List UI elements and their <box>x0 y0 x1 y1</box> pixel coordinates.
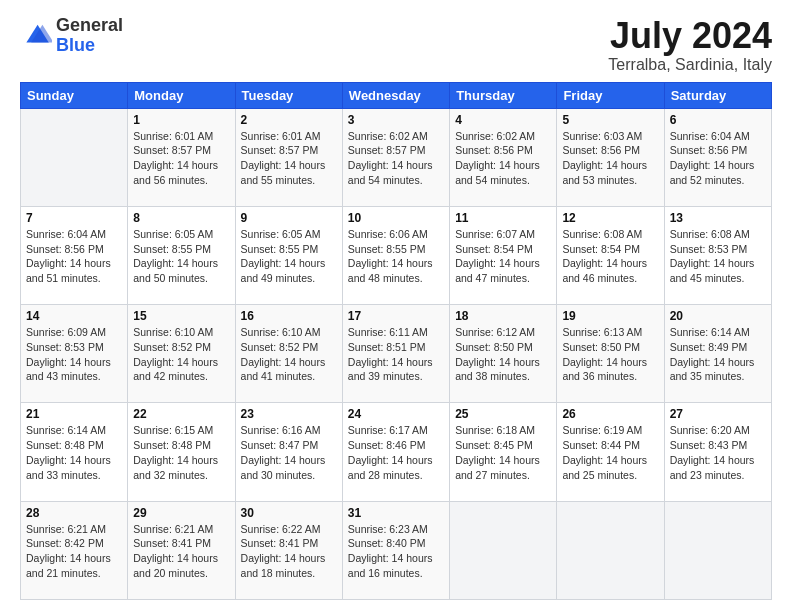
day-number: 19 <box>562 309 658 323</box>
day-info: Sunrise: 6:05 AM Sunset: 8:55 PM Dayligh… <box>133 227 229 286</box>
day-info: Sunrise: 6:02 AM Sunset: 8:57 PM Dayligh… <box>348 129 444 188</box>
table-row: 23Sunrise: 6:16 AM Sunset: 8:47 PM Dayli… <box>235 403 342 501</box>
table-row: 16Sunrise: 6:10 AM Sunset: 8:52 PM Dayli… <box>235 305 342 403</box>
day-info: Sunrise: 6:23 AM Sunset: 8:40 PM Dayligh… <box>348 522 444 581</box>
day-number: 9 <box>241 211 337 225</box>
table-row: 10Sunrise: 6:06 AM Sunset: 8:55 PM Dayli… <box>342 206 449 304</box>
day-info: Sunrise: 6:21 AM Sunset: 8:41 PM Dayligh… <box>133 522 229 581</box>
header-wednesday: Wednesday <box>342 82 449 108</box>
header: General Blue July 2024 Terralba, Sardini… <box>20 16 772 74</box>
table-row: 19Sunrise: 6:13 AM Sunset: 8:50 PM Dayli… <box>557 305 664 403</box>
title-block: July 2024 Terralba, Sardinia, Italy <box>608 16 772 74</box>
calendar-week-3: 14Sunrise: 6:09 AM Sunset: 8:53 PM Dayli… <box>21 305 772 403</box>
day-number: 25 <box>455 407 551 421</box>
table-row: 13Sunrise: 6:08 AM Sunset: 8:53 PM Dayli… <box>664 206 771 304</box>
day-number: 31 <box>348 506 444 520</box>
day-number: 24 <box>348 407 444 421</box>
day-info: Sunrise: 6:03 AM Sunset: 8:56 PM Dayligh… <box>562 129 658 188</box>
table-row: 18Sunrise: 6:12 AM Sunset: 8:50 PM Dayli… <box>450 305 557 403</box>
day-number: 17 <box>348 309 444 323</box>
day-info: Sunrise: 6:09 AM Sunset: 8:53 PM Dayligh… <box>26 325 122 384</box>
header-tuesday: Tuesday <box>235 82 342 108</box>
header-sunday: Sunday <box>21 82 128 108</box>
day-info: Sunrise: 6:11 AM Sunset: 8:51 PM Dayligh… <box>348 325 444 384</box>
day-info: Sunrise: 6:04 AM Sunset: 8:56 PM Dayligh… <box>26 227 122 286</box>
day-info: Sunrise: 6:01 AM Sunset: 8:57 PM Dayligh… <box>133 129 229 188</box>
day-number: 13 <box>670 211 766 225</box>
day-number: 26 <box>562 407 658 421</box>
logo-icon <box>20 20 52 52</box>
table-row: 24Sunrise: 6:17 AM Sunset: 8:46 PM Dayli… <box>342 403 449 501</box>
day-info: Sunrise: 6:01 AM Sunset: 8:57 PM Dayligh… <box>241 129 337 188</box>
day-number: 10 <box>348 211 444 225</box>
day-info: Sunrise: 6:08 AM Sunset: 8:54 PM Dayligh… <box>562 227 658 286</box>
table-row: 11Sunrise: 6:07 AM Sunset: 8:54 PM Dayli… <box>450 206 557 304</box>
day-info: Sunrise: 6:12 AM Sunset: 8:50 PM Dayligh… <box>455 325 551 384</box>
day-info: Sunrise: 6:05 AM Sunset: 8:55 PM Dayligh… <box>241 227 337 286</box>
day-info: Sunrise: 6:08 AM Sunset: 8:53 PM Dayligh… <box>670 227 766 286</box>
table-row: 5Sunrise: 6:03 AM Sunset: 8:56 PM Daylig… <box>557 108 664 206</box>
logo-general: General <box>56 16 123 36</box>
logo: General Blue <box>20 16 123 56</box>
calendar-week-1: 1Sunrise: 6:01 AM Sunset: 8:57 PM Daylig… <box>21 108 772 206</box>
table-row <box>557 501 664 599</box>
table-row: 14Sunrise: 6:09 AM Sunset: 8:53 PM Dayli… <box>21 305 128 403</box>
table-row <box>21 108 128 206</box>
table-row: 12Sunrise: 6:08 AM Sunset: 8:54 PM Dayli… <box>557 206 664 304</box>
day-number: 22 <box>133 407 229 421</box>
table-row: 2Sunrise: 6:01 AM Sunset: 8:57 PM Daylig… <box>235 108 342 206</box>
day-number: 14 <box>26 309 122 323</box>
table-row: 3Sunrise: 6:02 AM Sunset: 8:57 PM Daylig… <box>342 108 449 206</box>
table-row: 31Sunrise: 6:23 AM Sunset: 8:40 PM Dayli… <box>342 501 449 599</box>
day-number: 12 <box>562 211 658 225</box>
day-info: Sunrise: 6:22 AM Sunset: 8:41 PM Dayligh… <box>241 522 337 581</box>
day-number: 8 <box>133 211 229 225</box>
table-row: 9Sunrise: 6:05 AM Sunset: 8:55 PM Daylig… <box>235 206 342 304</box>
table-row: 27Sunrise: 6:20 AM Sunset: 8:43 PM Dayli… <box>664 403 771 501</box>
day-info: Sunrise: 6:14 AM Sunset: 8:49 PM Dayligh… <box>670 325 766 384</box>
header-monday: Monday <box>128 82 235 108</box>
table-row: 6Sunrise: 6:04 AM Sunset: 8:56 PM Daylig… <box>664 108 771 206</box>
day-number: 3 <box>348 113 444 127</box>
logo-text: General Blue <box>56 16 123 56</box>
day-info: Sunrise: 6:15 AM Sunset: 8:48 PM Dayligh… <box>133 423 229 482</box>
day-number: 23 <box>241 407 337 421</box>
month-title: July 2024 <box>608 16 772 56</box>
day-info: Sunrise: 6:16 AM Sunset: 8:47 PM Dayligh… <box>241 423 337 482</box>
location: Terralba, Sardinia, Italy <box>608 56 772 74</box>
header-friday: Friday <box>557 82 664 108</box>
day-number: 4 <box>455 113 551 127</box>
table-row: 26Sunrise: 6:19 AM Sunset: 8:44 PM Dayli… <box>557 403 664 501</box>
table-row: 28Sunrise: 6:21 AM Sunset: 8:42 PM Dayli… <box>21 501 128 599</box>
day-number: 27 <box>670 407 766 421</box>
day-info: Sunrise: 6:13 AM Sunset: 8:50 PM Dayligh… <box>562 325 658 384</box>
table-row: 15Sunrise: 6:10 AM Sunset: 8:52 PM Dayli… <box>128 305 235 403</box>
day-number: 16 <box>241 309 337 323</box>
day-info: Sunrise: 6:18 AM Sunset: 8:45 PM Dayligh… <box>455 423 551 482</box>
day-number: 7 <box>26 211 122 225</box>
table-row <box>664 501 771 599</box>
table-row: 1Sunrise: 6:01 AM Sunset: 8:57 PM Daylig… <box>128 108 235 206</box>
calendar-header-row: Sunday Monday Tuesday Wednesday Thursday… <box>21 82 772 108</box>
table-row: 8Sunrise: 6:05 AM Sunset: 8:55 PM Daylig… <box>128 206 235 304</box>
day-number: 1 <box>133 113 229 127</box>
day-number: 28 <box>26 506 122 520</box>
calendar-week-4: 21Sunrise: 6:14 AM Sunset: 8:48 PM Dayli… <box>21 403 772 501</box>
table-row: 7Sunrise: 6:04 AM Sunset: 8:56 PM Daylig… <box>21 206 128 304</box>
day-number: 5 <box>562 113 658 127</box>
day-info: Sunrise: 6:06 AM Sunset: 8:55 PM Dayligh… <box>348 227 444 286</box>
header-thursday: Thursday <box>450 82 557 108</box>
day-info: Sunrise: 6:02 AM Sunset: 8:56 PM Dayligh… <box>455 129 551 188</box>
day-number: 11 <box>455 211 551 225</box>
table-row: 4Sunrise: 6:02 AM Sunset: 8:56 PM Daylig… <box>450 108 557 206</box>
day-number: 29 <box>133 506 229 520</box>
day-number: 20 <box>670 309 766 323</box>
day-info: Sunrise: 6:17 AM Sunset: 8:46 PM Dayligh… <box>348 423 444 482</box>
day-info: Sunrise: 6:10 AM Sunset: 8:52 PM Dayligh… <box>241 325 337 384</box>
logo-blue: Blue <box>56 36 123 56</box>
table-row: 30Sunrise: 6:22 AM Sunset: 8:41 PM Dayli… <box>235 501 342 599</box>
day-info: Sunrise: 6:07 AM Sunset: 8:54 PM Dayligh… <box>455 227 551 286</box>
header-saturday: Saturday <box>664 82 771 108</box>
table-row: 25Sunrise: 6:18 AM Sunset: 8:45 PM Dayli… <box>450 403 557 501</box>
table-row: 17Sunrise: 6:11 AM Sunset: 8:51 PM Dayli… <box>342 305 449 403</box>
